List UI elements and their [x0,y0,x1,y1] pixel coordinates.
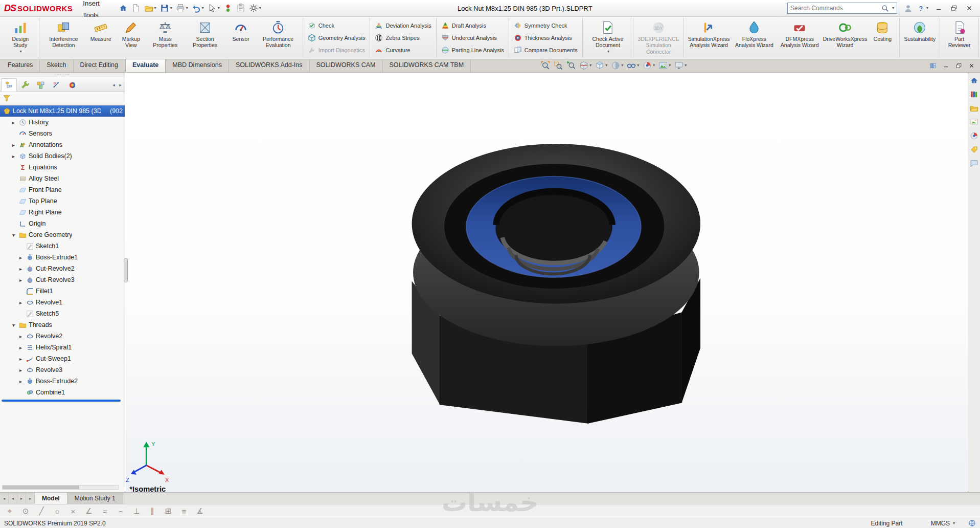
deviation-analysis-button[interactable]: Deviation Analysis [372,20,434,31]
expand-toggle-icon[interactable]: ▸ [17,345,24,350]
simulationxpress-analysis-wizard-button[interactable]: SimulationXpress Analysis Wizard [686,18,732,57]
snap-circle-button[interactable]: ○ [52,505,63,517]
viewport-layout-button[interactable] [927,60,939,71]
sensor-button[interactable]: Sensor [226,18,256,57]
search-input[interactable] [790,5,879,12]
driveworksxpress-wizard-button[interactable]: DriveWorksXpress Wizard [823,18,868,57]
expand-toggle-icon[interactable]: ▸ [17,356,24,362]
displaymanager-tab[interactable] [64,78,80,92]
performance-evaluation-button[interactable]: Performance Evaluation [256,18,301,57]
fm-tabs-scroll-left[interactable]: ◂ [110,78,117,92]
expand-toggle-icon[interactable]: ▸ [17,379,24,384]
model-nav-first-button[interactable]: ◂ [0,493,9,504]
search-icon[interactable] [881,5,889,12]
model-canvas[interactable]: Y X Z *Isometric [126,73,968,492]
compare-documents-button[interactable]: Compare Documents [511,45,580,55]
3dexperience-simulation-connector-button[interactable]: 3DX3DEXPERIENCE Simulation Connector [635,18,681,57]
markup-view-button[interactable]: Markup View [116,18,146,57]
model-nav-prev-button[interactable]: ◂ [9,493,17,504]
tab-direct-editing[interactable]: Direct Editing [74,59,125,72]
featuremanager-tab[interactable] [1,78,17,92]
undercut-analysis-button[interactable]: Undercut Analysis [439,33,507,43]
scrollbar-thumb[interactable] [3,486,79,489]
minimize-document-button[interactable] [940,60,951,71]
costing-button[interactable]: Costing [868,18,897,57]
snap-intersection-button[interactable]: × [67,505,79,517]
panel-splitter-handle[interactable] [124,258,128,282]
nut-model[interactable] [412,144,700,424]
tab-solidworks-add-ins[interactable]: SOLIDWORKS Add-Ins [229,59,310,72]
tree-item-right-plane[interactable]: Right Plane [0,207,125,218]
tree-item-front-plane[interactable]: Front Plane [0,184,125,195]
geometry-analysis-button[interactable]: Geometry Analysis [305,33,368,43]
tree-item-fillet1[interactable]: Fillet1 [0,285,125,297]
tab-features[interactable]: Features [1,59,40,72]
login-button[interactable] [902,3,914,14]
tree-item-annotations[interactable]: ▸AAnnotations [0,139,125,150]
search-commands-box[interactable]: ▾ [787,3,897,14]
rebuild-button[interactable] [222,3,234,14]
view-palette-button[interactable] [969,117,979,127]
file-properties-button[interactable] [235,3,247,14]
curvature-button[interactable]: Curvature [372,45,434,55]
measure-button[interactable]: Measure [86,18,116,57]
snap-line-button[interactable]: ╱ [36,505,47,517]
tree-item-combine1[interactable]: Combine1 [0,387,125,398]
snap-points-button[interactable]: ⌖ [4,505,15,517]
check-button[interactable]: Check [305,20,368,31]
solidworks-forum-button[interactable] [969,158,979,168]
tree-item-alloy-steel[interactable]: Alloy Steel [0,173,125,184]
welcome-home-button[interactable] [117,3,129,14]
part-reviewer-button[interactable]: Part Reviewer [942,18,976,57]
expand-toggle-icon[interactable]: ▸ [10,153,17,159]
tree-item-core-geometry[interactable]: ▾Core Geometry [0,229,125,240]
expand-toggle-icon[interactable]: ▾ [10,232,17,238]
graphics-viewport[interactable]: Y X Z *Isometric [126,73,968,492]
previous-view-button[interactable] [565,60,577,71]
dfmxpress-analysis-wizard-button[interactable]: DFMXpress Analysis Wizard [777,18,823,57]
floxpress-analysis-wizard-button[interactable]: FloXpress Analysis Wizard [732,18,777,57]
tree-item-sensors[interactable]: Sensors [0,128,125,139]
tree-item-boss-extrude2[interactable]: ▸Boss-Extrude2 [0,376,125,387]
snap-parallel-button[interactable]: ∥ [147,505,158,517]
mass-properties-button[interactable]: Mass Properties [146,18,184,57]
filter-funnel-icon[interactable] [3,94,11,102]
sustainability-button[interactable]: Sustainability [902,18,938,57]
hide-show-items-button[interactable]: ▾ [626,60,640,71]
model-nav-next-button[interactable]: ▸ [17,493,26,504]
appearances-scenes-button[interactable] [969,130,979,141]
propertymanager-tab[interactable] [17,78,33,92]
expand-toggle-icon[interactable]: ▸ [17,255,24,260]
tree-item-revolve1[interactable]: ▸Revolve1 [0,297,125,308]
rollback-bar[interactable] [2,400,121,402]
section-properties-button[interactable]: Section Properties [184,18,226,57]
close-document-button[interactable] [966,60,977,71]
restore-document-button[interactable] [953,60,964,71]
snap-spline-button[interactable]: ≈ [99,505,110,517]
open-document-button[interactable]: ▾ [143,3,158,14]
edit-appearance-button[interactable]: ▾ [642,60,656,71]
display-style-button[interactable]: ▾ [610,60,624,71]
web-help-globe-icon[interactable] [968,519,976,527]
section-view-button[interactable]: ▾ [578,60,592,71]
expand-toggle-icon[interactable]: ▸ [17,367,24,373]
tree-item-sketch1[interactable]: Sketch1 [0,240,125,252]
tree-item-threads[interactable]: ▾Threads [0,319,125,331]
tree-item-boss-extrude1[interactable]: ▸Boss-Extrude1 [0,252,125,263]
snap-center-button[interactable]: ⊙ [20,505,31,517]
menu-insert[interactable]: Insert [79,0,110,9]
tree-item-cut-revolve3[interactable]: ▸Cut-Revolve3 [0,274,125,285]
snap-perpendicular-button[interactable]: ⊥ [131,505,142,517]
tree-item-sketch5[interactable]: Sketch5 [0,308,125,319]
print-document-button[interactable]: ▾ [174,3,190,14]
tab-solidworks-cam-tbm[interactable]: SOLIDWORKS CAM TBM [383,59,471,72]
check-active-document-button[interactable]: Check Active Document▾ [585,18,631,57]
zoom-to-area-button[interactable] [553,60,564,71]
tree-item-revolve2[interactable]: ▸Revolve2 [0,331,125,342]
panel-grip[interactable]: ······ [0,73,125,77]
tree-item-history[interactable]: ▸History [0,117,125,128]
model-nav-last-button[interactable]: ▸ [26,493,35,504]
tree-item-cut-revolve2[interactable]: ▸Cut-Revolve2 [0,263,125,274]
custom-properties-button[interactable] [969,144,979,155]
save-document-button[interactable]: ▾ [158,3,174,14]
